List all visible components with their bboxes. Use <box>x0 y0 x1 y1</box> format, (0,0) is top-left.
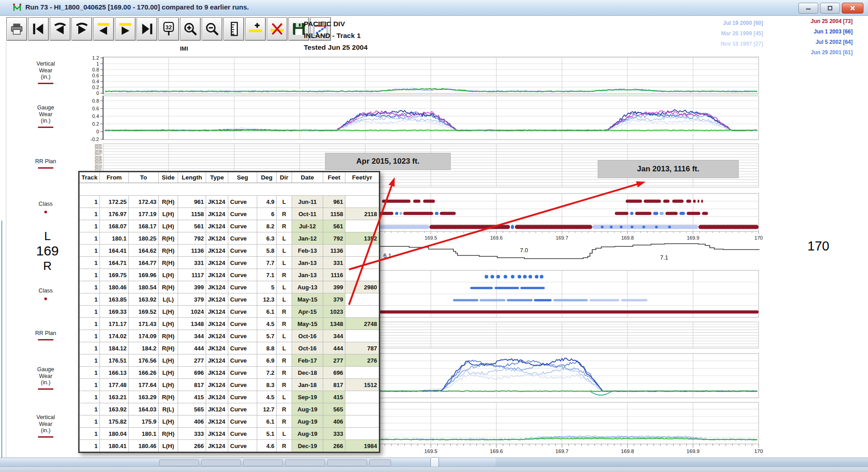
table-row: 1176.51176.56L(H)277JK124Curve6.9RFeb-17… <box>79 354 380 367</box>
table-cell: 12.7 <box>257 403 277 415</box>
table-cell: 333 <box>178 428 206 440</box>
table-cell: R(L) <box>159 403 178 415</box>
table-cell: Curve <box>228 293 257 306</box>
table-cell: Curve <box>228 281 257 293</box>
table-cell: 175.82 <box>100 415 129 428</box>
table-cell: 180.54 <box>129 281 159 293</box>
table-cell: JK124 <box>206 367 228 379</box>
red-underline-marker <box>38 127 53 128</box>
table-cell: Jan-13 <box>292 269 323 281</box>
class-bottom-label: Class <box>26 288 65 300</box>
scrollbar-segment[interactable] <box>285 459 325 466</box>
table-cell: 561 <box>323 220 345 232</box>
svg-text:169.9: 169.9 <box>687 448 700 454</box>
table-cell: 399 <box>178 281 206 293</box>
table-cell: 1512 <box>345 379 380 391</box>
table-cell: 184.2 <box>129 342 159 354</box>
table-cell: JK124 <box>206 281 228 293</box>
table-cell: 169.52 <box>129 306 159 318</box>
panel-label-line: Gauge <box>26 366 65 373</box>
horizontal-scrollbar[interactable] <box>0 458 868 467</box>
table-cell: Jan-13 <box>292 257 323 269</box>
table-cell: 1 <box>79 232 100 245</box>
table-cell: 406 <box>323 415 345 428</box>
scrollbar-segment[interactable] <box>327 459 367 466</box>
table-cell: 1 <box>79 269 100 281</box>
table-cell: R <box>277 367 292 379</box>
table-row: 1163.21163.29R(H)415JK124Curve4.5LSep-19… <box>79 391 380 403</box>
table-cell: 444 <box>323 342 345 354</box>
table-row: 1180.04180.1R(H)333JK124Curve5.1LAug-193… <box>79 428 380 440</box>
table-cell: May-15 <box>292 318 323 330</box>
table-cell: 6 <box>257 208 277 220</box>
column-header: Track <box>79 172 100 183</box>
milepost-left-rail-l: L <box>27 229 68 243</box>
table-cell: 180.1 <box>100 232 129 245</box>
column-header: Side <box>159 172 178 183</box>
table-cell: 1136 <box>178 245 206 257</box>
table-cell: Curve <box>228 428 257 440</box>
table-cell: 163.21 <box>100 391 129 403</box>
table-cell: 184.12 <box>100 342 129 354</box>
scrollbar-segment[interactable] <box>243 459 283 466</box>
scrollbar-segment[interactable] <box>369 459 391 466</box>
table-cell: 169.75 <box>100 269 129 281</box>
table-cell: 169.96 <box>129 269 159 281</box>
table-cell: 8.3 <box>257 379 277 391</box>
table-cell: 1 <box>79 342 100 354</box>
panel-label-line: RR Plan <box>26 158 65 165</box>
red-underline-marker <box>38 388 53 390</box>
table-cell: 1 <box>79 415 100 428</box>
table-cell: 6.3 <box>257 232 277 245</box>
column-header: Dir <box>277 172 292 183</box>
table-cell: Oct-11 <box>292 208 323 220</box>
scrollbar-segment[interactable] <box>159 459 199 466</box>
gauge-wear-top-label: GaugeWear(in.) <box>26 104 65 128</box>
table-blank-row <box>79 183 380 196</box>
table-cell: L(H) <box>159 440 178 453</box>
table-cell: Feb-17 <box>292 354 323 367</box>
table-cell: Curve <box>228 220 257 232</box>
table-cell: 166.13 <box>100 367 129 379</box>
table-cell: 1 <box>79 354 100 367</box>
table-cell: Jan-18 <box>292 379 323 391</box>
table-cell: JK124 <box>206 330 228 342</box>
scrollbar-segment[interactable] <box>201 459 241 466</box>
table-cell: 696 <box>178 367 206 379</box>
table-cell: 266 <box>323 440 345 453</box>
table-cell: JK124 <box>206 354 228 367</box>
table-cell: 163.85 <box>100 293 129 306</box>
table-cell: 7.2 <box>257 367 277 379</box>
table-cell: 12.3 <box>257 293 277 306</box>
table-cell: 8.2 <box>257 220 277 232</box>
table-cell <box>345 257 380 269</box>
table-cell: R(H) <box>159 428 178 440</box>
table-cell: Aug-19 <box>292 403 323 415</box>
svg-text:0.2: 0.2 <box>92 121 99 127</box>
curve-segment-table[interactable]: TrackFromToSideLengthTypeSegDegDirDateFe… <box>78 171 380 453</box>
class-dot-marker <box>44 297 47 300</box>
table-cell: 379 <box>323 293 345 306</box>
table-cell: 176.56 <box>129 354 159 367</box>
table-cell: Curve <box>228 354 257 367</box>
table-cell: 1984 <box>345 440 380 453</box>
table-cell: R <box>277 403 292 415</box>
table-cell: L(H) <box>159 379 178 391</box>
scrollbar-right-zone[interactable] <box>495 458 868 467</box>
table-row: 1169.33169.52L(H)1024JK124Curve6.1RApr-1… <box>79 306 380 318</box>
table-cell: R <box>277 440 292 453</box>
svg-text:0: 0 <box>96 129 99 134</box>
table-cell: 6.1 <box>257 306 277 318</box>
table-cell: 1158 <box>323 208 345 220</box>
rr-plan-bottom-label: RR Plan <box>26 330 65 340</box>
table-cell: Curve <box>228 196 257 208</box>
table-cell: 180.41 <box>100 440 129 453</box>
table-cell: Curve <box>228 232 257 245</box>
table-cell: 1 <box>79 330 100 342</box>
table-cell: R <box>277 379 292 391</box>
table-cell: L <box>277 281 292 293</box>
red-underline-marker <box>38 339 53 341</box>
table-cell: L <box>277 232 292 245</box>
panel-label-line: (in.) <box>26 74 65 80</box>
table-cell: 180.46 <box>100 281 129 293</box>
